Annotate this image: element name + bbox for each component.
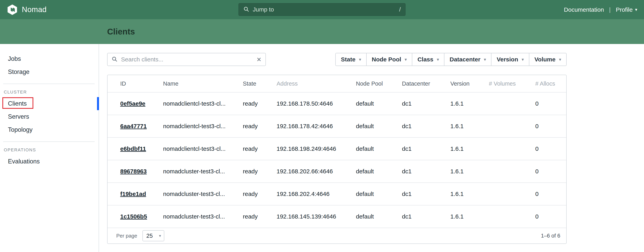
per-page-select[interactable]: 25 ▾ (142, 230, 164, 241)
client-address: 192.168.178.42:4646 (276, 123, 356, 130)
client-allocs: 0 (535, 145, 566, 152)
client-name: nomadcluster-test3-cl... (163, 191, 243, 197)
client-state: ready (243, 100, 276, 107)
brand-name: Nomad (22, 5, 46, 14)
client-node-pool: default (356, 123, 402, 130)
client-allocs: 0 (535, 100, 566, 107)
sidebar-item-evaluations[interactable]: Evaluations (0, 155, 98, 168)
client-id-link[interactable]: e6bdbf11 (120, 145, 146, 152)
client-node-pool: default (356, 191, 402, 197)
caret-down-icon: ▾ (635, 7, 637, 12)
table-row[interactable]: 89678963 nomadcluster-test3-cl... ready … (108, 160, 566, 183)
table-header-row: ID Name State Address Node Pool Datacent… (108, 75, 566, 92)
client-name: nomadclientcl-test3-cl... (163, 123, 243, 130)
clients-toolbar: ✕ State▾ Node Pool▾ Class▾ Datacenter▾ V… (107, 53, 566, 66)
clear-search-icon[interactable]: ✕ (256, 56, 262, 63)
filter-volume[interactable]: Volume▾ (529, 53, 566, 66)
client-allocs: 0 (535, 168, 566, 175)
sidebar-section-operations: OPERATIONS (0, 146, 98, 155)
column-header-version[interactable]: Version (450, 80, 489, 87)
client-datacenter: dc1 (402, 123, 450, 130)
client-node-pool: default (356, 100, 402, 107)
caret-down-icon: ▾ (437, 57, 439, 61)
topbar-links: Documentation | Profile ▾ (564, 6, 637, 13)
filter-state[interactable]: State▾ (335, 53, 366, 66)
caret-down-icon: ▾ (522, 57, 524, 61)
sidebar-item-jobs[interactable]: Jobs (0, 52, 98, 65)
client-version: 1.6.1 (450, 123, 489, 130)
nomad-app: Nomad / Documentation | Profile ▾ Client… (0, 0, 644, 252)
client-state: ready (243, 191, 276, 197)
client-address: 192.168.178.50:4646 (276, 100, 356, 107)
client-address: 192.168.198.249:4646 (276, 145, 356, 152)
client-name: nomadcluster-test3-cl... (163, 213, 243, 220)
active-item-indicator (97, 97, 99, 110)
client-allocs: 0 (535, 123, 566, 130)
column-header-datacenter[interactable]: Datacenter (402, 80, 450, 87)
client-address: 192.168.202.4:4646 (276, 191, 356, 197)
table-footer: Per page 25 ▾ 1–6 of 6 (108, 228, 566, 244)
client-id-link[interactable]: f19be1ad (120, 191, 146, 197)
clients-table: ID Name State Address Node Pool Datacent… (107, 75, 566, 244)
sidebar-divider (3, 84, 95, 84)
column-header-name[interactable]: Name (163, 80, 243, 87)
profile-menu[interactable]: Profile ▾ (616, 6, 637, 13)
client-state: ready (243, 123, 276, 130)
table-row[interactable]: 6aa47771 nomadclientcl-test3-cl... ready… (108, 115, 566, 137)
filter-class[interactable]: Class▾ (412, 53, 444, 66)
client-allocs: 0 (535, 191, 566, 197)
sidebar-item-topology[interactable]: Topology (0, 123, 98, 136)
keyboard-shortcut-hint: / (399, 6, 401, 13)
filter-node-pool[interactable]: Node Pool▾ (366, 53, 412, 66)
client-datacenter: dc1 (402, 213, 450, 220)
column-header-id[interactable]: ID (120, 80, 163, 87)
client-version: 1.6.1 (450, 168, 489, 175)
client-address: 192.168.202.66:4646 (276, 168, 356, 175)
jump-to-input[interactable] (252, 6, 396, 13)
column-header-node-pool[interactable]: Node Pool (356, 80, 402, 87)
client-address: 192.168.145.139:4646 (276, 213, 356, 220)
client-id-link[interactable]: 89678963 (120, 168, 146, 175)
sidebar-divider (3, 141, 95, 142)
table-row[interactable]: e6bdbf11 nomadclientcl-test3-cl... ready… (108, 137, 566, 160)
filter-version[interactable]: Version▾ (491, 53, 529, 66)
sidebar-item-servers[interactable]: Servers (0, 110, 98, 123)
client-version: 1.6.1 (450, 100, 489, 107)
page-header-band: Clients (0, 19, 644, 44)
client-id-link[interactable]: 1c1506b5 (120, 213, 147, 220)
brand-home-link[interactable]: Nomad (7, 4, 46, 15)
client-datacenter: dc1 (402, 191, 450, 197)
search-clients-box[interactable]: ✕ (107, 53, 266, 66)
filter-group: State▾ Node Pool▾ Class▾ Datacenter▾ Ver… (335, 53, 566, 66)
per-page-label: Per page (116, 233, 137, 239)
table-row[interactable]: f19be1ad nomadcluster-test3-cl... ready … (108, 183, 566, 205)
client-name: nomadclientcl-test3-cl... (163, 145, 243, 152)
client-state: ready (243, 213, 276, 220)
caret-down-icon: ▾ (484, 57, 486, 61)
caret-down-icon: ▾ (359, 57, 361, 61)
main-content: ✕ State▾ Node Pool▾ Class▾ Datacenter▾ V… (99, 44, 644, 252)
table-row[interactable]: 0ef5ae9e nomadclientcl-test3-cl... ready… (108, 92, 566, 115)
client-datacenter: dc1 (402, 100, 450, 107)
column-header-allocs: # Allocs (535, 80, 566, 87)
topbar: Nomad / Documentation | Profile ▾ (0, 0, 644, 19)
pagination-range: 1–6 of 6 (541, 233, 560, 239)
search-icon (112, 56, 118, 63)
sidebar-item-storage[interactable]: Storage (0, 65, 98, 78)
caret-down-icon: ▾ (159, 234, 161, 238)
client-node-pool: default (356, 168, 402, 175)
client-name: nomadcluster-test3-cl... (163, 168, 243, 175)
page-title: Clients (107, 27, 135, 36)
documentation-link[interactable]: Documentation (564, 6, 604, 13)
search-clients-input[interactable] (121, 56, 253, 63)
table-row[interactable]: 1c1506b5 nomadcluster-test3-cl... ready … (108, 205, 566, 228)
caret-down-icon: ▾ (559, 57, 561, 61)
client-id-link[interactable]: 0ef5ae9e (120, 100, 146, 107)
column-header-state[interactable]: State (243, 80, 276, 87)
sidebar-item-clients[interactable]: Clients (0, 97, 98, 110)
client-node-pool: default (356, 213, 402, 220)
jump-to-search[interactable]: / (238, 3, 406, 16)
column-header-address: Address (276, 80, 356, 87)
client-id-link[interactable]: 6aa47771 (120, 123, 146, 129)
filter-datacenter[interactable]: Datacenter▾ (444, 53, 492, 66)
